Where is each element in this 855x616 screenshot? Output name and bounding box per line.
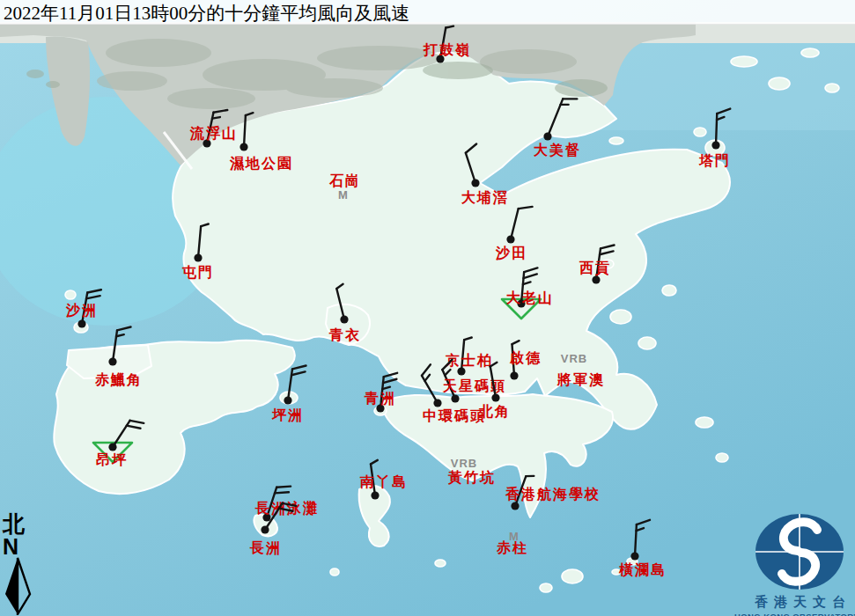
hko-logo-icon: [747, 512, 852, 593]
north-arrow-icon: [3, 557, 33, 615]
station-label: 大美督: [534, 142, 581, 158]
wind-barb-full: [276, 487, 291, 488]
station-label: 啟德: [509, 350, 542, 365]
station-dot: [108, 443, 116, 451]
station-dot: [510, 371, 518, 379]
station-note: M: [338, 188, 349, 202]
station-dot: [491, 393, 499, 401]
station-label: 沙洲: [65, 303, 98, 318]
station-dot: [506, 235, 514, 243]
station-label: 石崗: [328, 173, 361, 188]
compass-north-letter: N: [3, 536, 38, 557]
station-label: 屯門: [181, 265, 214, 280]
station-label: 坪洲: [271, 407, 304, 422]
station-label: 香港航海學校: [505, 486, 601, 502]
station-label: 大老山: [506, 290, 554, 305]
station-label: 青衣: [328, 327, 361, 342]
title-bar: 2022年11月01日13時00分的十分鐘平均風向及風速: [0, 0, 855, 25]
wind-barb-half: [212, 117, 220, 119]
station-dot: [371, 491, 379, 499]
station-dot: [194, 253, 202, 261]
station-label: 長洲: [249, 540, 282, 555]
hko-logo: 香港天文台 HONG KONG OBSERVATORY: [725, 512, 855, 616]
wind-barb-staff: [716, 114, 717, 145]
station-label: 昂坪: [96, 452, 128, 467]
station-dot: [511, 502, 519, 510]
station-label: 南丫島: [359, 474, 408, 489]
station-label: 赤鱲角: [94, 372, 143, 387]
station-dot: [108, 357, 116, 365]
station-label: 塔門: [698, 153, 731, 168]
wind-barb-full: [275, 492, 289, 493]
station-dot: [471, 179, 479, 187]
station-label: 濕地公園: [229, 156, 293, 172]
station-dot: [451, 394, 459, 402]
station-label: 黃竹坑: [447, 470, 496, 485]
station-label: 西貢: [579, 260, 611, 276]
station-dot: [543, 132, 551, 140]
station-dot: [711, 141, 719, 149]
station-label: 大埔滘: [461, 189, 509, 205]
station-label: 中環碼頭: [423, 408, 486, 424]
station-dot: [592, 275, 600, 283]
station-dot: [240, 143, 247, 150]
compass: 北 N: [3, 513, 38, 615]
map-title: 2022年11月01日13時00分的十分鐘平均風向及風速: [0, 0, 855, 26]
station-dot: [457, 367, 465, 375]
station-label: 青洲: [364, 391, 396, 406]
station-dot: [261, 525, 269, 533]
wind-map-page: 打鼓嶺流浮山濕地公園石崗M大美督塔門大埔滘沙田屯門西貢沙洲大老山青衣赤鱲角京士柏…: [0, 0, 855, 616]
hko-logo-en-text: HONG KONG OBSERVATORY: [719, 612, 855, 616]
station-note: VRB: [451, 457, 477, 470]
station-label: 將軍澳: [556, 372, 605, 387]
station-dot: [340, 315, 348, 323]
station-label: 長洲泳灘: [254, 500, 319, 516]
station-dot: [630, 552, 638, 560]
station-dot: [77, 319, 85, 327]
station-label: 流浮山: [189, 125, 238, 141]
compass-north-cjk-label: 北: [3, 513, 38, 536]
hko-logo-cn-text: 香港天文台: [732, 594, 855, 611]
station-note: M: [509, 530, 520, 543]
station-label: 天星碼頭: [442, 378, 506, 394]
station-note: VRB: [561, 352, 587, 365]
station-dot: [284, 396, 291, 404]
station-label: 打鼓嶺: [423, 42, 471, 57]
station-label: 橫瀾島: [618, 562, 667, 577]
station-dot: [433, 399, 441, 407]
station-label: 沙田: [495, 246, 527, 260]
